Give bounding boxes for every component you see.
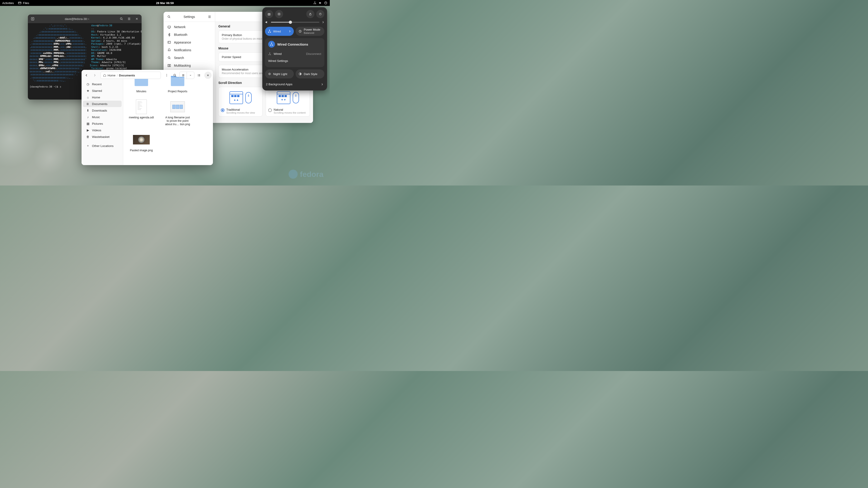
sidebar-other-locations[interactable]: ＋Other Locations [83, 143, 122, 149]
forward-button[interactable] [91, 71, 98, 79]
volume-expand-chevron[interactable] [322, 21, 324, 24]
scroll-natural-card[interactable]: ▼▼ Natural Scrolling moves the content [266, 87, 310, 117]
dark-style-toggle[interactable]: Dark Style [296, 69, 324, 79]
appearance-icon [167, 40, 171, 45]
star-icon: ★ [86, 89, 90, 92]
power-mode-toggle[interactable]: Power Mode Balanced [296, 27, 324, 36]
svg-rect-23 [310, 14, 311, 15]
wired-item-icon [268, 52, 271, 56]
screenshot-button[interactable] [265, 10, 273, 18]
wired-card-icon [268, 41, 275, 48]
breadcrumb[interactable]: Home / Documents [100, 71, 161, 79]
clock-icon: ◷ [86, 82, 90, 86]
activities-button[interactable]: Activities [2, 1, 14, 5]
sun-icon [268, 72, 271, 76]
multitasking-icon [167, 63, 171, 67]
sidebar-wastebasket[interactable]: 🗑Wastebasket [83, 134, 122, 140]
list-view-button[interactable] [195, 71, 203, 79]
file-pasted-image[interactable]: Pasted image.png [128, 132, 155, 152]
contrast-icon [298, 72, 302, 76]
volume-status-icon[interactable] [318, 1, 322, 5]
svg-point-14 [166, 74, 167, 75]
plus-icon: ＋ [86, 144, 90, 148]
wired-connections-card: Wired Connections Wired Disconnect Wired… [265, 38, 324, 67]
top-bar: Activities Files 28 Mar 06:59 [0, 0, 330, 6]
svg-point-21 [269, 14, 270, 15]
terminal-menu-button[interactable] [126, 16, 132, 22]
sidebar-item-search[interactable]: Search [163, 54, 215, 62]
terminal-close-button[interactable] [133, 16, 140, 22]
sidebar-music[interactable]: ♪Music [83, 114, 122, 120]
wired-expand-chevron[interactable] [288, 30, 291, 33]
download-icon: ⬇ [86, 109, 90, 112]
svg-point-10 [168, 42, 169, 42]
new-tab-button[interactable] [29, 16, 36, 22]
sidebar-documents[interactable]: 🗎Documents [83, 101, 122, 107]
radio-traditional[interactable] [221, 108, 224, 112]
volume-slider[interactable] [271, 22, 319, 23]
svg-rect-9 [168, 41, 170, 43]
sidebar-home[interactable]: ⌂Home [83, 94, 122, 101]
files-window: Home / Documents ◷Recent ★Starred ⌂Home … [82, 70, 213, 165]
sidebar-item-appearance[interactable]: Appearance [163, 38, 215, 46]
svg-point-35 [269, 73, 270, 75]
network-icon [167, 25, 171, 29]
file-meeting-agenda[interactable]: ▬▬▬▬▬▬▬▬▬▬▬▬▬▬▬▬▬▬▬▬▬▬▬▬▬▬▬▬▬▬▬▬▬▬▬▬▬▬▬▬… [128, 99, 155, 126]
terminal-headerbar: dave@fedora-38:~ [28, 15, 142, 23]
night-light-toggle[interactable]: Night Light [265, 69, 294, 79]
wired-connection-item[interactable]: Wired Disconnect [268, 50, 321, 57]
wired-toggle[interactable]: Wired [265, 27, 294, 36]
wired-icon [268, 29, 271, 33]
lock-button[interactable] [306, 10, 314, 18]
svg-point-11 [168, 57, 170, 58]
sidebar-videos[interactable]: ▶Videos [83, 127, 122, 133]
fedora-logo: fedora [288, 170, 323, 179]
sidebar-downloads[interactable]: ⬇Downloads [83, 107, 122, 114]
svg-point-7 [168, 16, 170, 18]
terminal-search-button[interactable] [118, 16, 125, 22]
icon-view-button[interactable] [180, 72, 187, 79]
radio-natural[interactable] [268, 108, 272, 112]
settings-search-button[interactable] [165, 13, 173, 21]
svg-point-16 [166, 76, 167, 77]
terminal-title: dave@fedora-38:~ [37, 17, 117, 21]
sidebar-recent[interactable]: ◷Recent [83, 81, 122, 87]
sidebar-pictures[interactable]: ▦Pictures [83, 120, 122, 127]
sidebar-item-multitasking[interactable]: Multitasking [163, 62, 215, 69]
bg-apps-chevron-icon [321, 83, 323, 86]
svg-point-29 [271, 42, 272, 44]
clock[interactable]: 28 Mar 06:59 [156, 1, 174, 5]
music-icon: ♪ [86, 115, 90, 119]
files-hamburger-button[interactable] [163, 71, 170, 79]
view-dropdown-button[interactable] [187, 72, 194, 79]
svg-point-6 [120, 18, 122, 20]
view-mode-switcher[interactable] [179, 71, 194, 79]
power-button[interactable] [316, 10, 324, 18]
file-long-filename[interactable]: A long filename just to prove the point … [164, 99, 191, 126]
wired-settings-link[interactable]: Wired Settings [268, 57, 321, 64]
files-grid[interactable]: Minutes Project Reports ▬▬▬▬▬▬▬▬▬▬▬▬▬▬▬▬… [123, 70, 213, 165]
svg-rect-13 [169, 64, 170, 67]
files-app-icon [18, 1, 22, 5]
files-search-button[interactable] [171, 71, 179, 79]
svg-rect-8 [168, 26, 170, 28]
background-apps-row[interactable]: 2 Background Apps [265, 81, 324, 88]
document-icon: 🗎 [86, 102, 90, 106]
sidebar-item-bluetooth[interactable]: Bluetooth [163, 31, 215, 38]
settings-title: Settings [173, 15, 206, 19]
settings-menu-button[interactable] [206, 13, 213, 21]
svg-point-22 [278, 13, 280, 15]
settings-button[interactable] [275, 10, 283, 18]
disconnect-button[interactable]: Disconnect [306, 52, 321, 56]
files-close-button[interactable] [204, 71, 212, 79]
home-icon [103, 74, 106, 77]
svg-point-32 [270, 53, 270, 53]
scroll-traditional-card[interactable]: ▲▲ Traditional Scrolling moves the view [218, 87, 262, 117]
power-status-icon[interactable] [324, 1, 328, 5]
sidebar-item-notifications[interactable]: Notifications [163, 46, 215, 54]
files-app-menu[interactable]: Files [18, 1, 29, 5]
sidebar-item-network[interactable]: Network [163, 23, 215, 31]
network-status-icon[interactable] [313, 1, 317, 5]
back-button[interactable] [83, 71, 90, 79]
sidebar-starred[interactable]: ★Starred [83, 88, 122, 94]
